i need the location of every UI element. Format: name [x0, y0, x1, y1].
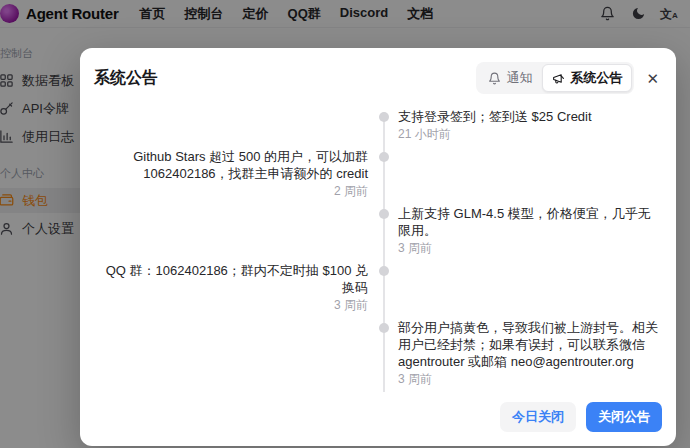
close-icon[interactable]: ✕	[643, 69, 662, 88]
timeline-dot-icon	[379, 152, 389, 162]
announcement-text: Github Stars 超过 500 的用户，可以加群 1062402186，…	[94, 148, 368, 182]
close-today-button[interactable]: 今日关闭	[500, 402, 576, 432]
modal-header: 系统公告 通知 系统公告 ✕	[80, 48, 676, 103]
announcement-time: 3 周前	[398, 372, 662, 386]
modal-footer: 今日关闭 关闭公告	[80, 392, 676, 446]
announcement-tabs: 通知 系统公告	[476, 62, 634, 94]
announcement-item: QQ 群：1062402186；群内不定时抽 $100 兑换码 3 周前	[94, 262, 662, 312]
bell-icon	[488, 72, 501, 85]
system-announcement-modal: 系统公告 通知 系统公告 ✕ 支持登录签到；签到送 $25 C	[80, 48, 676, 446]
modal-header-right: 通知 系统公告 ✕	[476, 62, 662, 94]
timeline-dot-icon	[379, 112, 389, 122]
modal-body: 支持登录签到；签到送 $25 Credit 21 小时前 Github Star…	[80, 103, 676, 392]
announcement-text: 部分用户搞黄色，导致我们被上游封号。相关用户已经封禁；如果有误封，可以联系微信 …	[398, 319, 662, 370]
announcement-text: 支持登录签到；签到送 $25 Credit	[398, 108, 662, 125]
modal-title: 系统公告	[94, 68, 158, 89]
announcement-text: 上新支持 GLM-4.5 模型，价格便宜，几乎无限用。	[398, 205, 662, 239]
announcement-time: 2 周前	[94, 184, 368, 198]
timeline-dot-icon	[379, 323, 389, 333]
tab-notifications[interactable]: 通知	[478, 64, 542, 92]
announcement-item: 支持登录签到；签到送 $25 Credit 21 小时前	[94, 108, 662, 141]
announcement-item: 部分用户搞黄色，导致我们被上游封号。相关用户已经封禁；如果有误封，可以联系微信 …	[94, 319, 662, 386]
announcement-time: 3 周前	[94, 298, 368, 312]
timeline-dot-icon	[379, 209, 389, 219]
announcement-timeline: 支持登录签到；签到送 $25 Credit 21 小时前 Github Star…	[94, 108, 662, 392]
announcement-time: 21 小时前	[398, 127, 662, 141]
announcement-item: 上新支持 GLM-4.5 模型，价格便宜，几乎无限用。 3 周前	[94, 205, 662, 255]
announcement-text: QQ 群：1062402186；群内不定时抽 $100 兑换码	[94, 262, 368, 296]
tab-label: 系统公告	[570, 69, 622, 87]
announcement-time: 3 周前	[398, 241, 662, 255]
timeline-dot-icon	[379, 266, 389, 276]
tab-system-announcements[interactable]: 系统公告	[542, 64, 632, 92]
announcement-item: Github Stars 超过 500 的用户，可以加群 1062402186，…	[94, 148, 662, 198]
megaphone-icon	[552, 72, 565, 85]
close-announcement-button[interactable]: 关闭公告	[586, 402, 662, 432]
tab-label: 通知	[506, 69, 532, 87]
